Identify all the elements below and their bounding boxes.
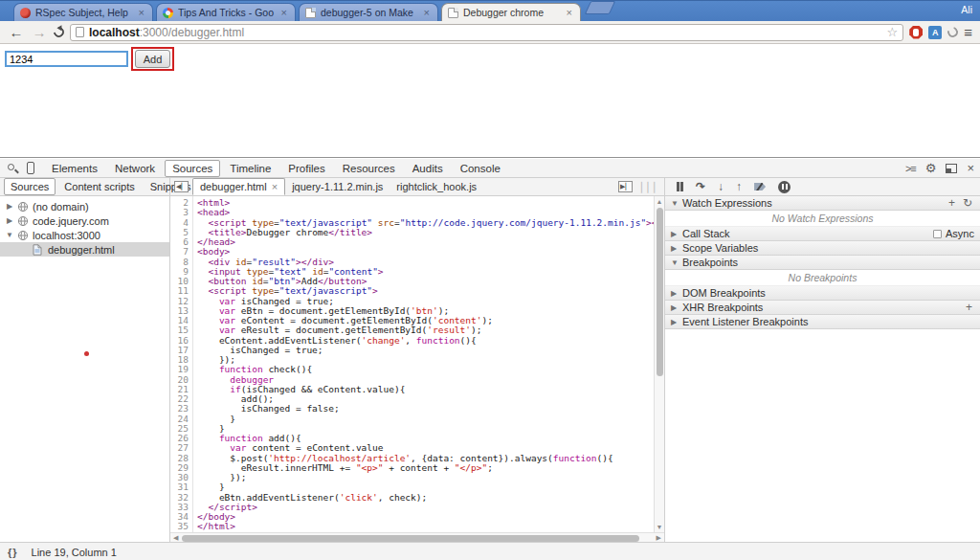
code-token: (){ [597, 453, 613, 463]
code-token: + content + [383, 462, 454, 473]
tree-item-code.jquery.com[interactable]: ▶code.jquery.com [0, 213, 169, 228]
file-tab[interactable]: jquery-1.11.2.min.js [285, 179, 390, 194]
url-text[interactable]: localhost:3000/debugger.html [89, 26, 882, 39]
panel-tab-console[interactable]: Console [453, 160, 508, 177]
code-token: function [553, 453, 597, 463]
navigator-tab-sources[interactable]: Sources [4, 178, 56, 195]
proxy-extension-icon[interactable] [946, 25, 960, 39]
sidebar-section-breakpoints[interactable]: ▼Breakpoints [665, 256, 980, 270]
page-favicon [448, 8, 458, 18]
panel-tab-sources[interactable]: Sources [165, 160, 220, 177]
deactivate-breakpoints-icon[interactable] [754, 183, 766, 190]
chevron-collapsed-icon[interactable]: ▶ [671, 230, 679, 238]
dock-side-icon[interactable] [946, 164, 957, 173]
code-line: </head> [197, 237, 664, 247]
browser-tab[interactable]: Debugger chrome× [441, 3, 581, 21]
step-into-icon[interactable]: ↓ [718, 181, 724, 192]
plus-icon[interactable]: + [947, 196, 957, 210]
chevron-expanded-icon[interactable]: ▼ [671, 258, 679, 267]
inspect-element-icon[interactable] [6, 162, 19, 175]
editor-code[interactable]: <html><head> <script type="text/javascri… [193, 196, 664, 532]
file-tab-close-icon[interactable]: × [272, 181, 278, 192]
gutter-line-number: 11 [170, 286, 189, 296]
sidebar-section-event-listener-breakpoints[interactable]: ▶Event Listener Breakpoints [665, 315, 980, 329]
code-token: "http://code.jquery.com/jquery-1.11.2.mi… [400, 217, 646, 228]
new-tab-button[interactable] [585, 1, 616, 14]
tab-close-icon[interactable]: × [422, 7, 432, 18]
editor-body[interactable]: 2345678910111213141516171819202122232425… [170, 196, 664, 532]
vertical-scroll-thumb[interactable] [657, 208, 663, 376]
browser-window: RSpec Subject, Help×Tips And Tricks - Go… [0, 0, 980, 560]
browser-tab[interactable]: Tips And Tricks - Goo× [156, 3, 296, 21]
tree-item-label: (no domain) [33, 201, 89, 213]
panel-tab-audits[interactable]: Audits [405, 160, 451, 177]
chevron-collapsed-icon[interactable]: ▶ [671, 318, 679, 326]
sidebar-section-dom-breakpoints[interactable]: ▶DOM Breakpoints [665, 286, 980, 301]
globe-icon [17, 230, 29, 241]
sidebar-section-xhr-breakpoints[interactable]: ▶XHR Breakpoints+ [665, 301, 980, 315]
show-sidebar-icon[interactable]: ▶▏ [618, 181, 633, 192]
chevron-collapsed-icon[interactable]: ▶ [6, 216, 13, 225]
translate-extension-icon[interactable]: A [928, 26, 942, 39]
tab-close-icon[interactable]: × [279, 7, 289, 18]
chevron-collapsed-icon[interactable]: ▶ [671, 303, 679, 312]
code-token: , check); [378, 492, 427, 503]
chevron-collapsed-icon[interactable]: ▶ [671, 289, 679, 298]
reload-icon[interactable] [52, 25, 66, 39]
tree-item-debugger.html[interactable]: debugger.html [0, 242, 169, 257]
bookmark-star-icon[interactable]: ☆ [887, 25, 899, 39]
back-icon[interactable]: ← [8, 25, 25, 39]
code-line: <title>Debugger chrome</title> [197, 228, 664, 237]
pause-script-icon[interactable] [677, 182, 683, 191]
refresh-icon[interactable]: ↻ [961, 196, 974, 210]
chrome-menu-icon[interactable]: ≡ [964, 24, 972, 40]
content-input[interactable] [5, 51, 128, 67]
pause-on-exceptions-icon[interactable] [778, 181, 791, 193]
async-checkbox[interactable] [933, 230, 942, 238]
step-over-icon[interactable]: ↷ [696, 181, 705, 192]
sidebar-section-call-stack[interactable]: ▶Call StackAsync [665, 227, 980, 241]
tab-close-icon[interactable]: × [565, 7, 574, 18]
url-bar[interactable]: localhost:3000/debugger.html ☆ [70, 24, 903, 41]
splitter-grip[interactable]: ▏▏▏ [641, 182, 660, 192]
adblock-extension-icon[interactable] [909, 26, 923, 39]
pretty-print-icon[interactable]: {} [8, 547, 18, 558]
sidebar-section-watch-expressions[interactable]: ▼Watch Expressions+↻ [665, 196, 980, 211]
debugger-sidebar: ▼Watch Expressions+↻No Watch Expressions… [665, 196, 980, 542]
forward-icon[interactable]: → [31, 25, 48, 39]
chevron-collapsed-icon[interactable]: ▶ [6, 202, 13, 211]
scroll-down-icon[interactable]: ▼ [655, 524, 664, 530]
device-mode-icon[interactable] [27, 162, 34, 174]
horizontal-scroll-thumb[interactable] [182, 535, 639, 542]
nav-toolbar: ← → localhost:3000/debugger.html ☆ A ≡ [0, 21, 980, 44]
file-tab[interactable]: rightclick_hook.js [390, 179, 483, 194]
browser-tab[interactable]: debugger-5 on Make× [299, 3, 438, 21]
horizontal-scrollbar[interactable]: ◀ ▶ [170, 532, 664, 542]
navigator-tab-content-scripts[interactable]: Content scripts [57, 178, 141, 195]
vertical-scrollbar[interactable]: ▲ ▼ [654, 196, 664, 532]
panel-tab-elements[interactable]: Elements [44, 160, 105, 177]
tree-item--no-domain-[interactable]: ▶(no domain) [0, 199, 169, 213]
settings-gear-icon[interactable]: ⚙ [925, 161, 937, 175]
tree-item-localhost-3000[interactable]: ▼localhost:3000 [0, 228, 169, 242]
scroll-up-icon[interactable]: ▲ [655, 198, 664, 205]
gutter-line-number: 27 [170, 443, 189, 453]
plus-icon[interactable]: + [964, 301, 974, 314]
tab-close-icon[interactable]: × [137, 7, 146, 18]
panel-tab-timeline[interactable]: Timeline [222, 160, 278, 177]
browser-tab[interactable]: RSpec Subject, Help× [13, 3, 153, 21]
add-button[interactable]: Add [135, 50, 170, 68]
panel-tab-resources[interactable]: Resources [335, 160, 403, 177]
file-tab[interactable]: debugger.html× [192, 178, 285, 195]
devtools-close-icon[interactable]: × [967, 161, 974, 175]
file-tab-label: jquery-1.11.2.min.js [292, 181, 383, 192]
hide-navigator-icon[interactable]: ◀▏ [174, 181, 189, 192]
step-out-icon[interactable]: ↑ [736, 181, 742, 192]
chevron-expanded-icon[interactable]: ▼ [6, 231, 13, 239]
panel-tab-profiles[interactable]: Profiles [280, 160, 332, 177]
chevron-expanded-icon[interactable]: ▼ [671, 199, 679, 208]
chevron-collapsed-icon[interactable]: ▶ [671, 244, 679, 253]
panel-tab-network[interactable]: Network [107, 160, 163, 177]
console-drawer-icon[interactable]: >≡ [905, 163, 916, 174]
sidebar-section-scope-variables[interactable]: ▶Scope Variables [665, 241, 980, 256]
